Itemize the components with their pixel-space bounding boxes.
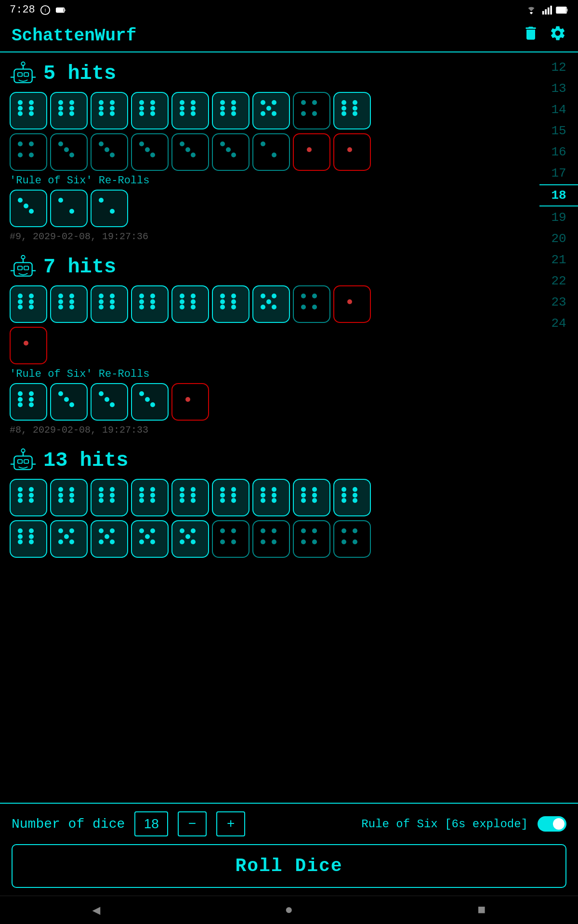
die: [212, 92, 250, 129]
back-icon[interactable]: ◀: [92, 902, 101, 918]
time-display: 7:28: [10, 4, 35, 16]
svg-rect-13: [18, 73, 22, 76]
sidebar-num-24[interactable]: 24: [539, 313, 578, 334]
sidebar-num-16[interactable]: 16: [539, 142, 578, 162]
die: [212, 520, 250, 558]
battery-status-icon: [556, 6, 568, 14]
roll-block-8: 7 hits 'Rule of Six' Re-Rolls: [10, 254, 530, 436]
die: [171, 133, 209, 171]
dice-row-8-2: [10, 327, 530, 364]
dice-row-9-1: [10, 92, 530, 129]
die: [131, 383, 169, 421]
svg-text:!: !: [44, 7, 47, 13]
home-icon[interactable]: ●: [285, 903, 293, 918]
rule-of-six-toggle[interactable]: [538, 816, 566, 832]
die: [131, 133, 169, 171]
toggle-knob: [553, 818, 565, 830]
wifi-icon: [525, 5, 538, 15]
robot-icon: [10, 60, 37, 87]
bottom-bar: Number of dice − + Rule of Six [6s explo…: [0, 803, 578, 924]
roll-block-9: 5 hits: [10, 60, 530, 242]
die: [293, 520, 330, 558]
die: [333, 520, 371, 558]
svg-rect-28: [24, 460, 28, 463]
roll-header-8: 7 hits: [10, 254, 530, 281]
svg-rect-8: [550, 5, 552, 14]
notification-icon: !: [40, 5, 51, 15]
svg-rect-21: [24, 266, 28, 270]
battery-icon: [55, 5, 66, 15]
roll-block-7: 13 hits: [10, 447, 530, 558]
die: [252, 285, 290, 323]
die: [333, 92, 371, 129]
die: [91, 92, 128, 129]
die: [252, 92, 290, 129]
dice-count-input[interactable]: [134, 811, 168, 836]
status-bar: 7:28 !: [0, 0, 578, 20]
signal-icon: [541, 5, 552, 15]
reroll-label-8: 'Rule of Six' Re-Rolls: [10, 368, 530, 380]
svg-rect-6: [545, 9, 547, 14]
die: [131, 285, 169, 323]
die: [10, 92, 47, 129]
hits-label-7: 13 hits: [43, 449, 128, 472]
controls-row: Number of dice − + Rule of Six [6s explo…: [0, 804, 578, 844]
settings-icon[interactable]: [549, 25, 566, 47]
sidebar-num-20[interactable]: 20: [539, 229, 578, 249]
die: [333, 133, 371, 171]
sidebar-num-13[interactable]: 13: [539, 78, 578, 99]
die: [171, 520, 209, 558]
increase-button[interactable]: +: [216, 811, 245, 836]
die: [252, 479, 290, 516]
die: [91, 383, 128, 421]
die: [171, 383, 209, 421]
die: [91, 520, 128, 558]
delete-icon[interactable]: [522, 25, 539, 47]
die: [252, 133, 290, 171]
recents-icon[interactable]: ■: [478, 903, 486, 918]
sidebar-num-17[interactable]: 17: [539, 163, 578, 183]
svg-rect-14: [24, 73, 28, 76]
robot-icon-7: [10, 447, 37, 474]
die: [10, 479, 47, 516]
die: [171, 285, 209, 323]
roll-header-7: 13 hits: [10, 447, 530, 474]
svg-rect-7: [548, 7, 550, 14]
reroll-dice-8: [10, 383, 530, 421]
rule-of-six-label: Rule of Six [6s explode]: [361, 818, 528, 831]
scroll-area: 5 hits: [0, 52, 578, 851]
roll-dice-button[interactable]: Roll Dice: [12, 844, 566, 888]
sidebar-num-15[interactable]: 15: [539, 121, 578, 141]
die: [171, 479, 209, 516]
die: [10, 285, 47, 323]
app-title: SchattenWurf: [12, 26, 136, 46]
die: [10, 383, 47, 421]
sidebar-num-23[interactable]: 23: [539, 292, 578, 312]
roll-history: 5 hits: [0, 52, 539, 851]
sidebar-num-14[interactable]: 14: [539, 100, 578, 120]
die: [10, 520, 47, 558]
decrease-button[interactable]: −: [178, 811, 207, 836]
die: [50, 479, 88, 516]
hits-label-9: 5 hits: [43, 62, 116, 85]
svg-rect-20: [18, 266, 22, 270]
die: [10, 190, 47, 227]
die: [91, 190, 128, 227]
die: [293, 285, 330, 323]
die: [50, 133, 88, 171]
sidebar-num-18[interactable]: 18: [539, 184, 578, 206]
sidebar-num-22[interactable]: 22: [539, 271, 578, 291]
die: [50, 285, 88, 323]
hits-label-8: 7 hits: [43, 256, 116, 279]
svg-rect-27: [18, 460, 22, 463]
svg-rect-26: [14, 456, 32, 470]
top-bar: SchattenWurf: [0, 20, 578, 52]
sidebar-num-19[interactable]: 19: [539, 207, 578, 228]
die: [293, 479, 330, 516]
number-of-dice-label: Number of dice: [12, 817, 125, 832]
die: [50, 383, 88, 421]
sidebar-num-12[interactable]: 12: [539, 57, 578, 77]
sidebar-num-21[interactable]: 21: [539, 250, 578, 270]
die: [50, 92, 88, 129]
die: [131, 92, 169, 129]
